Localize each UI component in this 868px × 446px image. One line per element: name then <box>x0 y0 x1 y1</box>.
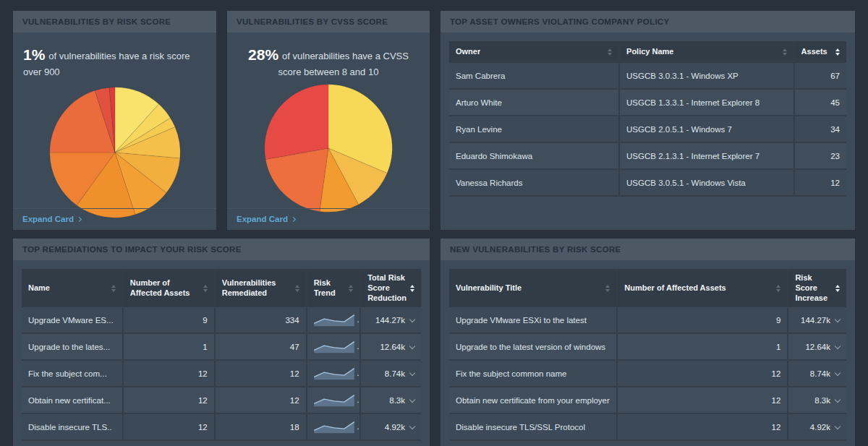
table-header-row: Vulnerability Title Number of Affected A… <box>449 269 846 307</box>
vulnerability-title-cell: Disable insecure TLS/SSL Protocol <box>449 414 618 441</box>
remediations-table: Name Number of Affected Assets Vulnerabi… <box>22 269 421 441</box>
cvss-score-pie-chart[interactable] <box>263 82 394 214</box>
increase-value: 144.27k <box>801 316 830 325</box>
column-header-affected-assets[interactable]: Number of Affected Assets <box>124 269 216 307</box>
sort-icon <box>203 285 208 292</box>
remediated-cell: 18 <box>216 414 307 441</box>
chevron-down-icon[interactable] <box>835 397 841 403</box>
owner-cell: Eduardo Shimokawa <box>449 143 620 170</box>
chevron-down-icon[interactable] <box>835 343 841 349</box>
policy-cell: USGCB 1.3.3.1 - Internet Explorer 8 <box>620 90 795 116</box>
reduction-cell: 8.74k <box>361 361 421 387</box>
affected-assets-cell: 12 <box>618 414 788 441</box>
column-header-vulnerability-title[interactable]: Vulnerability Title <box>449 269 618 307</box>
card-title: TOP ASSET OWNERS VIOLATING COMPANY POLIC… <box>441 11 855 33</box>
increase-value: 4.92k <box>810 423 830 432</box>
risk-trend-sparkline <box>312 392 357 408</box>
reduction-cell: 12.64k <box>361 334 421 361</box>
card-vulnerabilities-by-cvss-score: VULNERABILITIES BY CVSS SCORE 28%of vuln… <box>227 11 430 230</box>
assets-cell: 67 <box>795 63 846 90</box>
table-row[interactable]: Disable insecure TLS.. 12 18 4.92k <box>22 414 421 441</box>
column-label: Risk Trend <box>314 278 346 299</box>
column-header-owner[interactable]: Owner <box>449 41 620 63</box>
column-header-total-risk-score-reduction[interactable]: Total Risk Score Reduction <box>361 269 421 307</box>
sort-icon <box>783 48 787 56</box>
card-title: TOP REMEDIATIONS TO IMPACT YOUR RISK SCO… <box>13 239 430 260</box>
increase-value: 12.64k <box>805 343 830 351</box>
expand-card-label: Expand Card <box>22 215 74 223</box>
policy-cell: USGCB 3.0.5.1 - Windows Vista <box>620 170 795 197</box>
column-label: Total Risk Score Reduction <box>367 273 407 303</box>
card-title: VULNERABILITIES BY CVSS SCORE <box>227 11 430 33</box>
column-label: Risk Score Increase <box>795 273 833 303</box>
cvss-score-pie-container <box>227 82 430 214</box>
table-row[interactable]: Upgrade to the lates... 1 47 12.64k <box>22 334 421 361</box>
column-label: Number of Affected Assets <box>624 283 726 293</box>
stat-text: of vulnerabilities have a CVSS score bet… <box>278 51 409 77</box>
chevron-right-icon <box>291 217 296 222</box>
table-row[interactable]: Ryan LevineUSGCB 2.0.5.1 - Windows 734 <box>449 116 846 143</box>
affected-assets-cell: 12 <box>124 361 216 387</box>
column-header-assets[interactable]: Assets <box>795 41 846 63</box>
chevron-down-icon[interactable] <box>409 370 415 376</box>
increase-cell: 8.74k <box>788 361 846 387</box>
column-header-risk-score-increase[interactable]: Risk Score Increase <box>788 269 846 307</box>
expand-card-link[interactable]: Expand Card <box>13 208 216 230</box>
table-row[interactable]: Eduardo ShimokawaUSGCB 2.1.3.1 - Interne… <box>449 143 846 170</box>
assets-cell: 12 <box>795 170 846 197</box>
new-vulnerabilities-table: Vulnerability Title Number of Affected A… <box>449 269 846 441</box>
owner-cell: Vanessa Richards <box>449 170 620 197</box>
increase-cell: 8.3k <box>788 387 846 414</box>
chevron-down-icon[interactable] <box>835 424 841 429</box>
chevron-down-icon[interactable] <box>835 370 841 376</box>
affected-assets-cell: 9 <box>618 307 788 334</box>
table-row[interactable]: Upgrade VMware ES... 9 334 144.27k <box>22 307 421 334</box>
column-header-risk-trend[interactable]: Risk Trend <box>307 269 362 307</box>
table-row[interactable]: Fix the subject common name 12 8.74k <box>449 361 846 387</box>
table-row[interactable]: Sam CabreraUSGCB 3.0.3.1 - Windows XP67 <box>449 63 846 90</box>
column-header-affected-assets[interactable]: Number of Affected Assets <box>618 269 788 307</box>
card-new-vulnerabilities: NEW VULNERABILITIES BY RISK SCORE Vulner… <box>441 239 855 446</box>
table-row[interactable]: Upgrade to the latest version of windows… <box>449 334 846 361</box>
reduction-value: 8.3k <box>389 396 405 405</box>
stat-value: 28% <box>248 46 278 63</box>
chevron-down-icon[interactable] <box>409 424 415 429</box>
expand-card-link[interactable]: Expand Card <box>227 208 430 230</box>
table-row[interactable]: Arturo WhiteUSGCB 1.3.3.1 - Internet Exp… <box>449 90 846 116</box>
chevron-down-icon[interactable] <box>835 317 841 322</box>
sort-icon <box>410 285 414 292</box>
policy-cell: USGCB 3.0.3.1 - Windows XP <box>620 63 795 90</box>
affected-assets-cell: 12 <box>124 387 216 414</box>
table-row[interactable]: Upgrade VMware ESXi to the latest 9 144.… <box>449 307 846 334</box>
table-row[interactable]: Vanessa RichardsUSGCB 3.0.5.1 - Windows … <box>449 170 846 197</box>
vulnerability-title-cell: Obtain new certificate from your employe… <box>449 387 618 414</box>
reduction-value: 4.92k <box>385 423 405 432</box>
chevron-down-icon[interactable] <box>409 343 415 349</box>
column-header-name[interactable]: Name <box>22 269 124 307</box>
table-row[interactable]: Fix the subject com... 12 12 8.74k <box>22 361 421 387</box>
risk-trend-sparkline <box>312 365 357 382</box>
sort-icon <box>835 48 840 56</box>
assets-cell: 34 <box>795 116 846 143</box>
column-header-policy-name[interactable]: Policy Name <box>620 41 795 63</box>
column-header-vulnerabilities-remediated[interactable]: Vulnerabilities Remediated <box>216 269 307 307</box>
table-row[interactable]: Disable insecure TLS/SSL Protocol 12 4.9… <box>449 414 846 441</box>
affected-assets-cell: 12 <box>124 414 216 441</box>
stat-value: 1% <box>23 46 45 63</box>
table-row[interactable]: Obtain new certificat... 12 12 8.3k <box>22 387 421 414</box>
column-label: Name <box>28 283 50 293</box>
sort-icon <box>835 285 840 292</box>
assets-cell: 45 <box>795 90 846 116</box>
sort-icon <box>776 285 780 292</box>
sort-icon <box>111 285 116 292</box>
affected-assets-cell: 12 <box>618 361 788 387</box>
table-header-row: Owner Policy Name Assets <box>449 41 846 63</box>
chevron-down-icon[interactable] <box>409 317 415 322</box>
risk-score-pie-chart[interactable] <box>48 85 182 220</box>
reduction-value: 8.74k <box>385 369 405 378</box>
chevron-down-icon[interactable] <box>409 397 415 403</box>
column-label: Vulnerabilities Remediated <box>222 278 292 299</box>
vulnerability-title-cell: Upgrade to the latest version of windows <box>449 334 618 361</box>
table-row[interactable]: Obtain new certificate from your employe… <box>449 387 846 414</box>
reduction-cell: 144.27k <box>361 307 421 334</box>
